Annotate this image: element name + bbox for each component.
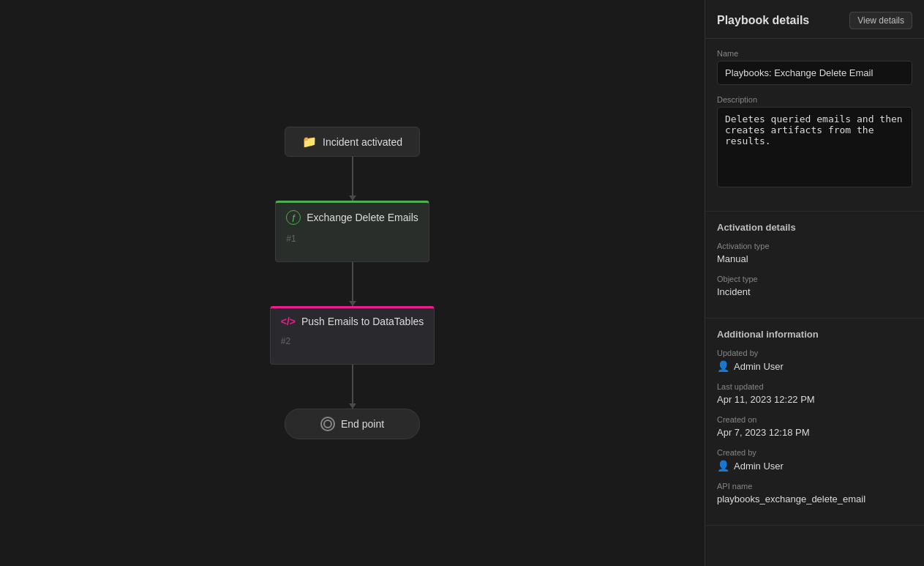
canvas-area: 📁 Incident activated ƒ Exchange Delete E… — [0, 0, 705, 566]
right-panel: Playbook details View details Name Descr… — [705, 0, 924, 566]
folder-icon: 📁 — [302, 135, 317, 149]
additional-heading: Additional information — [717, 329, 912, 340]
script-icon-2: </> — [281, 316, 296, 327]
function-node-label-1: Exchange Delete Emails — [307, 212, 418, 223]
object-type-group: Object type Incident — [717, 275, 912, 297]
activation-heading: Activation details — [717, 222, 912, 233]
flow-container: 📁 Incident activated ƒ Exchange Delete E… — [270, 127, 435, 439]
panel-header: Playbook details View details — [705, 0, 924, 39]
function-node-number-1: #1 — [286, 234, 296, 244]
created-on-value: Apr 7, 2023 12:18 PM — [717, 427, 912, 438]
description-label: Description — [717, 95, 912, 104]
last-updated-group: Last updated Apr 11, 2023 12:22 PM — [717, 382, 912, 405]
name-input[interactable] — [717, 61, 912, 85]
activation-type-group: Activation type Manual — [717, 242, 912, 264]
script-node-label-2: Push Emails to DataTables — [301, 316, 424, 327]
additional-section: Additional information Updated by 👤 Admi… — [705, 319, 924, 526]
last-updated-label: Last updated — [717, 382, 912, 391]
updated-by-label: Updated by — [717, 349, 912, 357]
end-icon — [320, 417, 335, 431]
api-name-label: API name — [717, 482, 912, 491]
end-node-label: End point — [341, 418, 384, 430]
script-node-2[interactable]: </> Push Emails to DataTables #2 — [270, 306, 435, 365]
script-node-box-2[interactable]: </> Push Emails to DataTables #2 — [270, 306, 435, 365]
activation-section: Activation details Activation type Manua… — [705, 212, 924, 319]
connector-2 — [352, 262, 353, 306]
function-icon-1: ƒ — [286, 210, 301, 225]
start-node-label: Incident activated — [323, 136, 402, 148]
created-by-group: Created by 👤 Admin User — [717, 448, 912, 472]
view-details-button[interactable]: View details — [849, 12, 912, 29]
api-name-value: playbooks_exchange_delete_email — [717, 494, 912, 504]
object-type-label: Object type — [717, 275, 912, 283]
created-by-label: Created by — [717, 448, 912, 457]
last-updated-value: Apr 11, 2023 12:22 PM — [717, 394, 912, 405]
name-field-group: Name — [717, 49, 912, 85]
description-textarea[interactable]: Deletes queried emails and then creates … — [717, 107, 912, 187]
created-by-user-row: 👤 Admin User — [717, 460, 912, 472]
updated-by-value: Admin User — [734, 361, 784, 372]
activation-type-label: Activation type — [717, 242, 912, 250]
connector-1 — [352, 157, 353, 201]
updated-by-group: Updated by 👤 Admin User — [717, 349, 912, 372]
connector-3 — [352, 365, 353, 409]
script-title-row-2: </> Push Emails to DataTables — [281, 316, 424, 327]
function-title-row-1: ƒ Exchange Delete Emails — [286, 210, 418, 225]
end-node[interactable]: End point — [285, 409, 420, 439]
object-type-value: Incident — [717, 286, 912, 297]
start-node[interactable]: 📁 Incident activated — [285, 127, 420, 157]
created-on-group: Created on Apr 7, 2023 12:18 PM — [717, 415, 912, 438]
panel-title: Playbook details — [717, 14, 809, 27]
created-on-label: Created on — [717, 415, 912, 424]
created-by-value: Admin User — [734, 461, 784, 472]
description-field-group: Description Deletes queried emails and t… — [717, 95, 912, 190]
function-node-1[interactable]: ƒ Exchange Delete Emails #1 — [275, 201, 429, 262]
name-label: Name — [717, 49, 912, 58]
updated-by-user-row: 👤 Admin User — [717, 360, 912, 372]
start-node-box[interactable]: 📁 Incident activated — [285, 127, 420, 157]
name-section: Name Description Deletes queried emails … — [705, 39, 924, 212]
end-node-box[interactable]: End point — [285, 409, 420, 439]
script-node-number-2: #2 — [281, 336, 290, 346]
updated-by-user-icon: 👤 — [717, 360, 729, 372]
function-node-box-1[interactable]: ƒ Exchange Delete Emails #1 — [275, 201, 429, 262]
api-name-group: API name playbooks_exchange_delete_email — [717, 482, 912, 504]
activation-type-value: Manual — [717, 253, 912, 264]
created-by-user-icon: 👤 — [717, 460, 729, 472]
